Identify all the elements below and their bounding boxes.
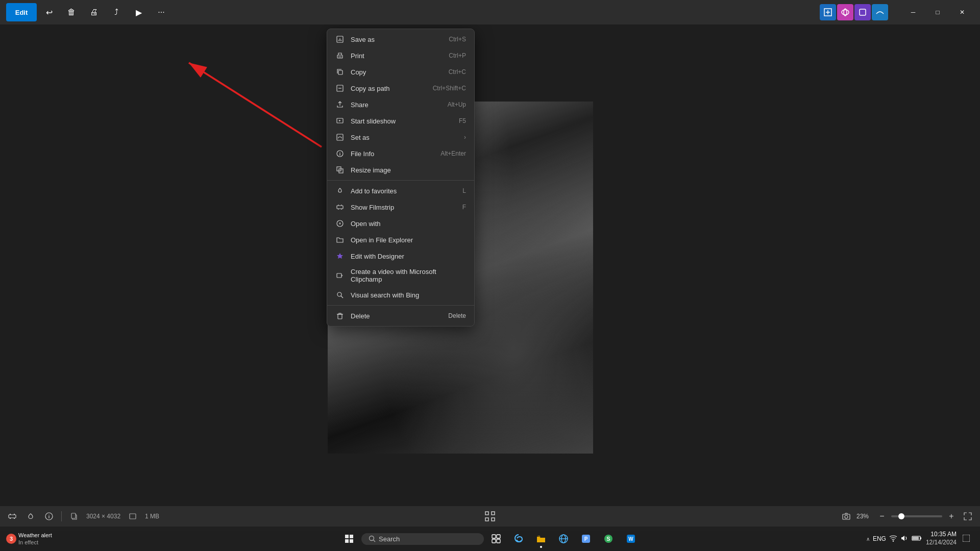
menu-item-open-with[interactable]: Open with xyxy=(327,215,474,232)
svg-point-0 xyxy=(842,10,849,15)
search-bar[interactable]: Search xyxy=(361,533,484,545)
start-button[interactable] xyxy=(339,529,359,549)
title-bar-left: Edit ↩ 🗑 🖨 ⤴ ▶ ··· xyxy=(6,3,172,21)
menu-item-clipchamp[interactable]: Create a video with Microsoft Clipchamp xyxy=(327,264,474,287)
more-button[interactable]: ··· xyxy=(151,3,172,21)
focus-button[interactable] xyxy=(482,508,498,524)
context-menu: Save as Ctrl+S Print Ctrl+P Copy Ctrl+C … xyxy=(327,29,475,327)
svg-point-47 xyxy=(370,536,374,541)
chevron-up-icon[interactable]: ∧ xyxy=(866,536,870,542)
svg-rect-18 xyxy=(338,205,339,206)
filmstrip-toggle[interactable] xyxy=(6,510,18,522)
svg-rect-17 xyxy=(337,206,343,209)
app-icon-3[interactable] xyxy=(854,4,871,20)
menu-item-print[interactable]: Print Ctrl+P xyxy=(327,47,474,64)
svg-text:W: W xyxy=(628,536,633,542)
print-icon xyxy=(335,51,345,60)
menu-item-resize[interactable]: Resize image xyxy=(327,162,474,178)
svg-rect-29 xyxy=(10,514,11,515)
menu-item-share[interactable]: Share Alt+Up xyxy=(327,96,474,113)
zoom-out-button[interactable]: − xyxy=(876,510,888,522)
browser-2-icon[interactable] xyxy=(553,529,574,549)
app-icon-2[interactable] xyxy=(837,4,853,20)
battery-icon xyxy=(912,535,922,543)
menu-item-set-as[interactable]: Set as › xyxy=(327,129,474,145)
fit-button[interactable] xyxy=(962,510,974,522)
zoom-slider[interactable] xyxy=(891,515,942,517)
menu-item-copy[interactable]: Copy Ctrl+C xyxy=(327,64,474,80)
notification-button[interactable] xyxy=(961,535,972,543)
menu-item-favorites[interactable]: Add to favorites L xyxy=(327,183,474,199)
menu-item-file-explorer[interactable]: Open in File Explorer xyxy=(327,232,474,248)
app-icon-1[interactable] xyxy=(820,4,836,20)
svg-rect-30 xyxy=(14,514,15,515)
app-4-icon[interactable]: W xyxy=(621,529,641,549)
svg-rect-43 xyxy=(345,535,349,538)
taskbar-right: ∧ ENG 10:35 AM 12/14/2024 xyxy=(866,531,980,546)
system-tray: ∧ ENG xyxy=(866,534,922,544)
favorites-icon xyxy=(335,186,345,195)
delete-button[interactable]: 🗑 xyxy=(61,3,82,21)
share-shortcut: Alt+Up xyxy=(448,101,466,108)
date-display: 12/14/2024 xyxy=(926,539,957,547)
app-3-icon[interactable]: S xyxy=(598,529,619,549)
app-icon-4[interactable] xyxy=(872,4,888,20)
svg-rect-44 xyxy=(350,535,353,538)
maximize-button[interactable]: □ xyxy=(926,4,949,20)
network-icon xyxy=(889,534,897,544)
dimensions-label: 3024 × 4032 xyxy=(86,513,120,520)
speaker-icon xyxy=(900,534,909,544)
undo-button[interactable]: ↩ xyxy=(39,3,59,21)
clipchamp-label: Create a video with Microsoft Clipchamp xyxy=(351,268,466,283)
task-view-button[interactable] xyxy=(486,529,506,549)
menu-item-save-as[interactable]: Save as Ctrl+S xyxy=(327,31,474,47)
file-info-label: File Info xyxy=(351,150,434,158)
svg-marker-25 xyxy=(341,274,343,277)
menu-item-slideshow[interactable]: Start slideshow F5 xyxy=(327,113,474,129)
svg-rect-38 xyxy=(492,512,495,515)
bottom-center xyxy=(482,508,498,524)
delete-icon xyxy=(335,311,345,320)
copy-shortcut: Ctrl+C xyxy=(449,68,466,76)
delete-label: Delete xyxy=(351,312,442,320)
menu-item-bing-search[interactable]: Visual search with Bing xyxy=(327,287,474,303)
svg-point-26 xyxy=(337,292,341,296)
svg-rect-32 xyxy=(14,518,15,519)
set-as-arrow: › xyxy=(464,134,466,141)
menu-item-designer[interactable]: Edit with Designer xyxy=(327,248,474,264)
zoom-in-button[interactable]: + xyxy=(945,510,958,522)
menu-item-copy-path[interactable]: Copy as path Ctrl+Shift+C xyxy=(327,80,474,96)
minimize-button[interactable]: ─ xyxy=(901,4,925,20)
weather-widget[interactable]: 3 Weather alert In effect xyxy=(0,530,57,548)
copy-path-label: Copy as path xyxy=(351,85,427,92)
copy-path-icon xyxy=(335,84,345,93)
slideshow-button[interactable]: ▶ xyxy=(129,3,149,21)
print-button[interactable]: 🖨 xyxy=(84,3,104,21)
file-explorer-icon[interactable] xyxy=(531,529,551,549)
file-type-icon xyxy=(127,510,139,522)
share-button[interactable]: ⤴ xyxy=(106,3,127,21)
svg-text:S: S xyxy=(606,536,610,542)
close-button[interactable]: ✕ xyxy=(950,4,974,20)
camera-button[interactable] xyxy=(840,510,852,522)
svg-rect-19 xyxy=(341,205,342,206)
bing-search-icon xyxy=(335,290,345,299)
zoom-control: 23% − + xyxy=(856,510,958,522)
copy-label: Copy xyxy=(351,68,443,76)
file-size-icon xyxy=(68,510,80,522)
menu-item-file-info[interactable]: i File Info Alt+Enter xyxy=(327,145,474,162)
edge-icon[interactable] xyxy=(508,529,529,549)
set-as-icon xyxy=(335,133,345,142)
svg-rect-39 xyxy=(485,518,488,521)
app-2-icon[interactable]: P xyxy=(576,529,596,549)
clock[interactable]: 10:35 AM 12/14/2024 xyxy=(926,531,957,546)
bottom-bar: i 3024 × 4032 1 MB 23% − + xyxy=(0,506,980,527)
svg-rect-40 xyxy=(492,518,495,521)
info-toggle[interactable]: i xyxy=(43,510,55,522)
menu-item-delete[interactable]: Delete Delete xyxy=(327,308,474,324)
favorites-toggle[interactable] xyxy=(24,510,37,522)
save-as-label: Save as xyxy=(351,36,443,43)
edit-button[interactable]: Edit xyxy=(6,3,37,21)
menu-item-filmstrip[interactable]: Show Filmstrip F xyxy=(327,199,474,215)
svg-rect-49 xyxy=(492,535,496,538)
